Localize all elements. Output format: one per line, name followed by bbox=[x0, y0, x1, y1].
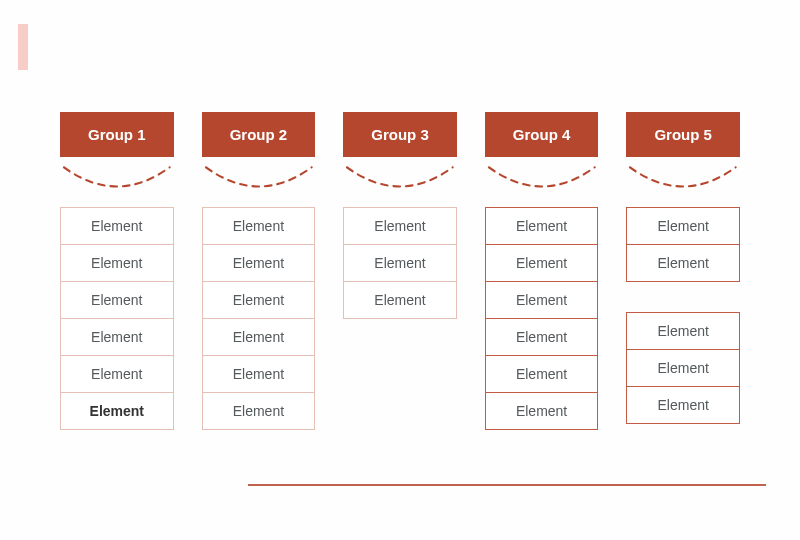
group-header: Group 1 bbox=[60, 112, 174, 157]
element-box: Element bbox=[60, 244, 174, 282]
element-box: Element bbox=[485, 355, 599, 393]
connector-arc-icon bbox=[202, 163, 316, 195]
element-stack: ElementElementElement bbox=[343, 207, 457, 319]
element-box: Element bbox=[626, 207, 740, 245]
element-box: Element bbox=[343, 244, 457, 282]
element-box: Element bbox=[626, 349, 740, 387]
element-box: Element bbox=[202, 244, 316, 282]
element-box: Element bbox=[202, 207, 316, 245]
element-box: Element bbox=[485, 244, 599, 282]
element-box: Element bbox=[60, 318, 174, 356]
accent-bar bbox=[18, 24, 28, 70]
group-header: Group 5 bbox=[626, 112, 740, 157]
element-stack: ElementElementElementElementElementEleme… bbox=[485, 207, 599, 430]
group-column: Group 2 ElementElementElementElementElem… bbox=[202, 112, 316, 430]
group-header: Group 4 bbox=[485, 112, 599, 157]
element-box: Element bbox=[485, 207, 599, 245]
connector-arc-icon bbox=[60, 163, 174, 195]
connector-arc-icon bbox=[485, 163, 599, 195]
group-column: Group 1 ElementElementElementElementElem… bbox=[60, 112, 174, 430]
element-stack: ElementElement bbox=[626, 207, 740, 282]
element-box: Element bbox=[202, 392, 316, 430]
element-box: Element bbox=[60, 392, 174, 430]
element-box: Element bbox=[626, 312, 740, 350]
element-box: Element bbox=[485, 318, 599, 356]
element-box: Element bbox=[343, 281, 457, 319]
element-box: Element bbox=[343, 207, 457, 245]
element-box: Element bbox=[60, 207, 174, 245]
group-header: Group 3 bbox=[343, 112, 457, 157]
columns-container: Group 1 ElementElementElementElementElem… bbox=[60, 112, 740, 430]
element-stack: ElementElementElementElementElementEleme… bbox=[202, 207, 316, 430]
element-box: Element bbox=[60, 355, 174, 393]
element-box: Element bbox=[202, 281, 316, 319]
element-box: Element bbox=[626, 244, 740, 282]
group-column: Group 4 ElementElementElementElementElem… bbox=[485, 112, 599, 430]
element-box: Element bbox=[485, 392, 599, 430]
connector-arc-icon bbox=[343, 163, 457, 195]
footer-divider bbox=[248, 484, 766, 486]
element-box: Element bbox=[485, 281, 599, 319]
element-box: Element bbox=[626, 386, 740, 424]
element-box: Element bbox=[60, 281, 174, 319]
connector-arc-icon bbox=[626, 163, 740, 195]
group-header: Group 2 bbox=[202, 112, 316, 157]
element-box: Element bbox=[202, 355, 316, 393]
element-stack: ElementElementElementElementElementEleme… bbox=[60, 207, 174, 430]
element-box: Element bbox=[202, 318, 316, 356]
group-column: Group 5 ElementElementElementElementElem… bbox=[626, 112, 740, 430]
group-column: Group 3 ElementElementElement bbox=[343, 112, 457, 430]
element-stack: ElementElementElement bbox=[626, 312, 740, 424]
